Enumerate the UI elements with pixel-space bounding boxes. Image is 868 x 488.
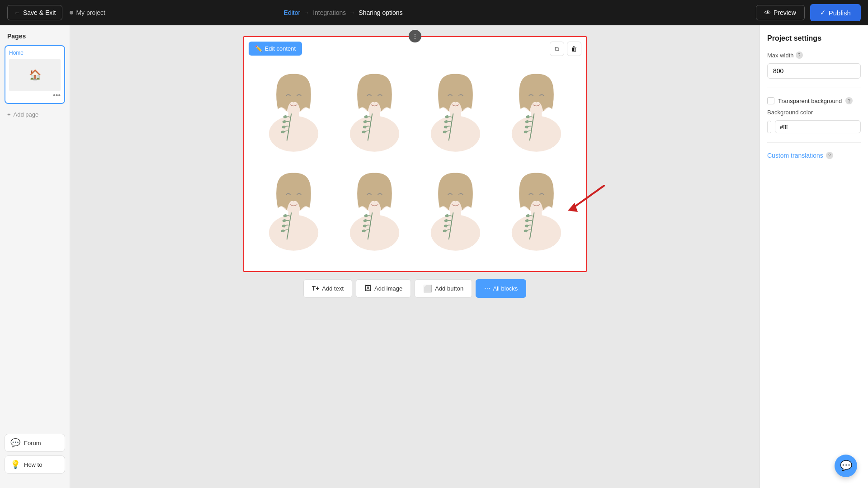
transparent-bg-row: Transparent background ? xyxy=(767,97,861,104)
all-blocks-label: All blocks xyxy=(493,285,518,292)
image-cell-4 xyxy=(496,64,577,163)
nav-step-editor[interactable]: Editor xyxy=(284,9,301,16)
add-page-label: Add page xyxy=(14,111,39,118)
add-page-icon: + xyxy=(7,111,11,118)
transparent-bg-checkbox[interactable] xyxy=(767,97,774,104)
copy-button[interactable]: ⧉ xyxy=(550,42,564,56)
add-button-label: Add button xyxy=(435,285,463,292)
image-cell-7 xyxy=(415,163,496,262)
image-icon: 🖼 xyxy=(364,284,372,292)
transparent-bg-label: Transparent background xyxy=(778,98,842,104)
svg-point-51 xyxy=(511,215,561,251)
all-blocks-icon: ··· xyxy=(484,284,490,292)
add-image-button[interactable]: 🖼 Add image xyxy=(356,279,411,298)
red-arrow xyxy=(559,181,613,217)
canvas: ✏️ Edit content ⧉ 🗑 xyxy=(243,36,587,272)
transparent-bg-help-icon[interactable]: ? xyxy=(845,97,853,104)
right-panel: Project settings Max width ? Transparent… xyxy=(760,25,868,488)
nav-arrow-2: → xyxy=(349,9,355,16)
preview-label: Preview xyxy=(774,9,796,16)
image-cell-8 xyxy=(496,163,577,262)
add-page-button[interactable]: + Add page xyxy=(0,108,70,121)
max-width-label: Max width ? xyxy=(767,52,861,59)
handle-icon: ⋮ xyxy=(412,33,418,40)
edit-content-label: Edit content xyxy=(265,45,296,52)
pencil-icon: ✏️ xyxy=(255,45,262,52)
image-cell-6 xyxy=(334,163,415,262)
bg-color-input[interactable] xyxy=(775,120,861,133)
top-navigation: ← Save & Exit My project Editor → Integr… xyxy=(0,0,868,25)
add-image-label: Add image xyxy=(374,285,402,292)
canvas-action-buttons: ⧉ 🗑 xyxy=(550,42,581,56)
image-grid xyxy=(244,37,586,271)
main-content: ⋮ ✏️ Edit content ⧉ 🗑 xyxy=(70,25,760,488)
page-card-dots-button[interactable]: ••• xyxy=(9,91,61,99)
forum-item[interactable]: 💬 Forum xyxy=(5,434,65,452)
nav-arrow-1: → xyxy=(304,9,309,16)
copy-icon: ⧉ xyxy=(555,45,559,53)
save-exit-button[interactable]: ← Save & Exit xyxy=(7,5,62,20)
how-to-label: How to xyxy=(24,461,42,468)
sidebar-left: Pages Home 🏠 ••• + Add page 💬 Forum 💡 Ho… xyxy=(0,25,70,488)
max-width-section: Max width ? xyxy=(767,52,861,79)
trash-icon: 🗑 xyxy=(571,45,577,52)
canvas-top-handle[interactable]: ⋮ xyxy=(409,30,421,42)
bg-color-swatch[interactable] xyxy=(767,121,771,133)
back-arrow-icon: ← xyxy=(14,9,20,16)
max-width-input[interactable] xyxy=(767,63,861,79)
project-dot-icon xyxy=(70,11,73,14)
svg-point-9 xyxy=(349,116,399,152)
all-blocks-button[interactable]: ··· All blocks xyxy=(476,279,526,298)
custom-translations-link[interactable]: Custom translations xyxy=(767,152,823,159)
image-cell-1 xyxy=(253,64,334,163)
forum-icon: 💬 xyxy=(10,438,20,448)
add-text-button[interactable]: T+ Add text xyxy=(303,279,352,298)
bg-color-row xyxy=(767,120,861,133)
svg-point-16 xyxy=(430,116,480,152)
panel-divider-1 xyxy=(767,88,861,88)
nav-steps: Editor → Integrations → Sharing options xyxy=(284,9,403,16)
home-thumb-icon: 🏠 xyxy=(29,69,41,81)
nav-step-integrations[interactable]: Integrations xyxy=(313,9,346,16)
add-button-button[interactable]: ⬜ Add button xyxy=(415,279,472,298)
main-layout: Pages Home 🏠 ••• + Add page 💬 Forum 💡 Ho… xyxy=(0,25,868,488)
image-cell-5 xyxy=(253,163,334,262)
canvas-toolbar: ✏️ Edit content ⧉ 🗑 xyxy=(249,42,581,56)
how-to-item[interactable]: 💡 How to xyxy=(5,455,65,474)
add-text-label: Add text xyxy=(322,285,344,292)
transparent-bg-section: Transparent background ? Background colo… xyxy=(767,97,861,133)
bg-color-label: Background color xyxy=(767,109,861,116)
button-icon: ⬜ xyxy=(423,284,432,293)
panel-title: Project settings xyxy=(767,34,861,42)
edit-content-button[interactable]: ✏️ Edit content xyxy=(249,42,302,56)
image-cell-3 xyxy=(415,64,496,163)
preview-button[interactable]: 👁 Preview xyxy=(756,5,805,20)
how-to-icon: 💡 xyxy=(10,460,20,469)
home-page-label: Home xyxy=(9,50,61,56)
save-exit-label: Save & Exit xyxy=(23,9,56,16)
panel-divider-2 xyxy=(767,142,861,143)
preview-icon: 👁 xyxy=(764,9,771,16)
publish-label: Publish xyxy=(829,9,851,17)
nav-step-sharing[interactable]: Sharing options xyxy=(359,9,402,16)
bottom-toolbar: T+ Add text 🖼 Add image ⬜ Add button ···… xyxy=(303,279,527,298)
svg-point-37 xyxy=(349,215,399,251)
home-page-thumb: 🏠 xyxy=(9,59,61,91)
custom-translations-section: Custom translations ? xyxy=(767,152,861,159)
pages-title: Pages xyxy=(0,33,70,45)
forum-label: Forum xyxy=(24,440,41,446)
chat-bubble-button[interactable]: 💬 xyxy=(835,455,857,477)
max-width-help-icon[interactable]: ? xyxy=(796,52,803,59)
topnav-right: 👁 Preview ✓ Publish xyxy=(756,4,861,21)
svg-point-44 xyxy=(430,215,480,251)
custom-translations-help-icon[interactable]: ? xyxy=(826,152,833,159)
svg-point-2 xyxy=(269,116,318,152)
canvas-wrapper: ⋮ ✏️ Edit content ⧉ 🗑 xyxy=(243,36,587,272)
publish-button[interactable]: ✓ Publish xyxy=(810,4,861,21)
image-cell-2 xyxy=(334,64,415,163)
delete-button[interactable]: 🗑 xyxy=(567,42,581,56)
svg-point-30 xyxy=(269,215,318,251)
home-page-card[interactable]: Home 🏠 ••• xyxy=(5,45,65,104)
custom-translations-label: Custom translations xyxy=(767,152,823,159)
sidebar-bottom: 💬 Forum 💡 How to xyxy=(0,434,70,481)
